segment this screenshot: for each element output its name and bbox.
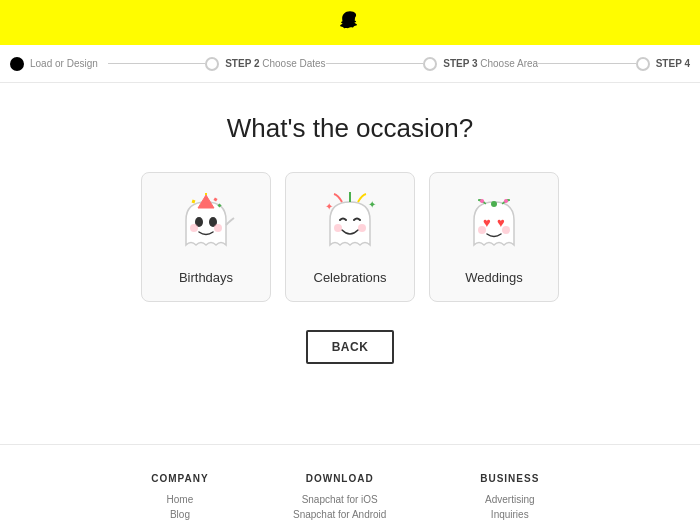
svg-rect-6 [192, 199, 196, 203]
step-2: STEP 2 Choose Dates [205, 57, 325, 71]
step-connector-3 [538, 63, 636, 64]
svg-point-7 [190, 224, 198, 232]
svg-point-15 [491, 201, 497, 207]
footer-business: BUSINESS Advertising Inquiries Advertisi… [466, 473, 553, 525]
step-connector-1 [108, 63, 206, 64]
snapchat-logo-icon [336, 9, 364, 37]
svg-marker-2 [198, 195, 214, 208]
footer-link-inquiries[interactable]: Inquiries [466, 509, 553, 520]
progress-bar: Load or Design STEP 2 Choose Dates STEP … [0, 45, 700, 83]
page-question: What's the occasion? [20, 113, 680, 144]
step-2-label: STEP 2 Choose Dates [225, 58, 325, 69]
svg-point-19 [502, 226, 510, 234]
main-content: What's the occasion? [0, 83, 700, 384]
step-4-circle [636, 57, 650, 71]
birthdays-ghost-icon [176, 190, 236, 262]
svg-text:✦: ✦ [325, 201, 333, 212]
footer-link-advertising[interactable]: Advertising [466, 494, 553, 505]
step-1: Load or Design [10, 57, 108, 71]
footer-company-links: Home Blog Jobs Press Inquiries Twitter [147, 494, 213, 525]
birthdays-label: Birthdays [179, 270, 233, 285]
back-button[interactable]: BACK [306, 330, 395, 364]
svg-point-18 [478, 226, 486, 234]
occasion-cards-container: Birthdays ✦ ✦ [20, 172, 680, 302]
step-1-circle [10, 57, 24, 71]
occasion-card-celebrations[interactable]: ✦ ✦ Celebrations [285, 172, 415, 302]
celebrations-ghost-icon: ✦ ✦ [320, 190, 380, 262]
svg-point-8 [214, 224, 222, 232]
footer-business-links: Advertising Inquiries Advertising Polici… [466, 494, 553, 525]
footer-link-ios[interactable]: Snapchat for iOS [293, 494, 386, 505]
svg-point-11 [334, 224, 342, 232]
footer-company-heading: COMPANY [147, 473, 213, 484]
svg-text:✦: ✦ [368, 199, 376, 210]
footer-business-heading: BUSINESS [466, 473, 553, 484]
footer-link-blog[interactable]: Blog [147, 509, 213, 520]
footer: COMPANY Home Blog Jobs Press Inquiries T… [0, 444, 700, 525]
occasion-card-weddings[interactable]: ♥ ♥ Weddings [429, 172, 559, 302]
footer-download-heading: DOWNLOAD [293, 473, 386, 484]
svg-point-16 [480, 199, 484, 203]
footer-download-links: Snapchat for iOS Snapchat for Android [293, 494, 386, 520]
footer-download: DOWNLOAD Snapchat for iOS Snapchat for A… [293, 473, 386, 525]
svg-point-17 [504, 199, 508, 203]
occasion-card-birthdays[interactable]: Birthdays [141, 172, 271, 302]
step-connector-2 [326, 63, 424, 64]
step-3-label: STEP 3 Choose Area [443, 58, 538, 69]
svg-rect-4 [213, 197, 217, 201]
svg-point-12 [358, 224, 366, 232]
step-3-circle [423, 57, 437, 71]
footer-link-android[interactable]: Snapchat for Android [293, 509, 386, 520]
celebrations-label: Celebrations [314, 270, 387, 285]
step-3: STEP 3 Choose Area [423, 57, 538, 71]
footer-link-home[interactable]: Home [147, 494, 213, 505]
step-4: STEP 4 [636, 57, 690, 71]
step-4-label: STEP 4 [656, 58, 690, 69]
step-1-label: Load or Design [30, 58, 98, 69]
step-2-circle [205, 57, 219, 71]
weddings-label: Weddings [465, 270, 523, 285]
weddings-ghost-icon: ♥ ♥ [464, 190, 524, 262]
header [0, 0, 700, 45]
footer-company: COMPANY Home Blog Jobs Press Inquiries T… [147, 473, 213, 525]
